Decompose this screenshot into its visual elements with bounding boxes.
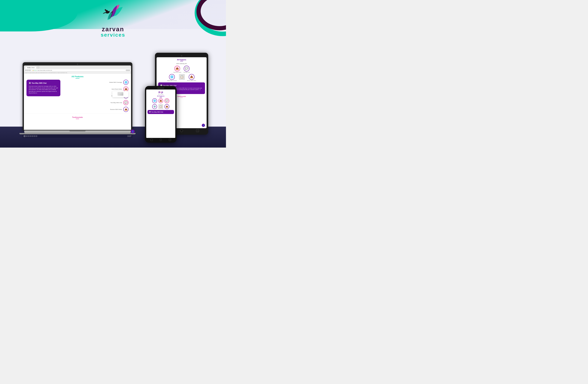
curve-right-decoration — [168, 0, 226, 39]
tablet-icon-5: 📥 — [189, 74, 194, 80]
phone-speaker — [157, 88, 164, 89]
feature-label-4: Two-Way SMS Chat — [110, 102, 122, 103]
laptop-wrapper: TestBip | Home + 🔒 Secure https://www.te… — [18, 62, 137, 138]
feature-label-2: Send Texts Online — [111, 88, 122, 90]
feature-label-1: Global SMS Coverage — [109, 82, 122, 83]
card-chat-icon: 💬 — [29, 82, 31, 84]
phone-nav-square[interactable] — [150, 139, 153, 141]
tablet-icon-4: 📋 — [179, 74, 185, 80]
brand-name-zarvan: zarvan — [89, 26, 137, 32]
tablet-camera — [181, 55, 182, 57]
tablet-section-header: All Features — [157, 57, 207, 63]
phone-icons-row2: ⚙️ 📋 📥 — [146, 104, 175, 110]
laptop-card-title: 💬 Two-Way SMS Chat — [29, 82, 58, 84]
logo-area: zarvan services — [89, 3, 137, 38]
phone-nav-back[interactable]: ◁ — [169, 139, 171, 141]
feature-icon-5: 📥 — [123, 107, 128, 112]
bip-logo-text: bip — [159, 91, 163, 94]
laptop-testimonials: Testimonials — [24, 114, 131, 120]
tablet-testimonials-underline — [180, 97, 183, 98]
phone-nav-bar: ○ ◁ — [146, 138, 175, 142]
browser-tab-bar: TestBip | Home + — [24, 65, 131, 69]
taskbar-icon-1[interactable] — [26, 135, 28, 137]
taskbar-icon-2[interactable] — [28, 135, 30, 137]
start-button[interactable] — [23, 135, 25, 137]
phone-icon-4: ⚙️ — [152, 104, 157, 109]
browser-refresh[interactable] — [29, 70, 31, 71]
laptop-content-row: 💬 Two-Way SMS Chat Send and receive inst… — [24, 80, 131, 112]
sms-modal-card — [118, 92, 123, 96]
tablet-feat-4: 📋 — [179, 74, 185, 81]
testimonials-label: Testimonials — [24, 116, 131, 118]
taskbar-icon-4[interactable] — [32, 135, 33, 137]
phone-bip-logo: bip bio messaging — [146, 90, 175, 95]
svg-point-1 — [199, 0, 226, 28]
taskbar-icon-5[interactable] — [34, 135, 35, 137]
feature-icon-4: 💬 — [123, 100, 128, 105]
laptop-webcam — [77, 63, 78, 65]
url-text: https://www.testbip.com/index.php — [38, 70, 52, 71]
secure-label: 🔒 Secure — [32, 70, 37, 71]
feature-icon-1: 🌐 — [123, 80, 128, 85]
bip-i: i — [160, 91, 161, 94]
taskbar-icon-6[interactable] — [36, 135, 37, 137]
tablet-icons-row2: 🌐 Global SMS Coverage 📋 📥 Receive SMS On… — [157, 73, 207, 82]
browser-actions — [126, 70, 130, 71]
bottom-icon-laptop[interactable]: 👤 — [131, 130, 131, 130]
section-underline — [76, 78, 79, 78]
feature-row-1: Global SMS Coverage 🌐 — [63, 80, 128, 85]
phone-icon-6: 📥 — [165, 104, 169, 109]
tablet-feat-2: 💬 Two-Way Chat — [184, 66, 190, 73]
feature-row-2: Send Texts Online 📤 — [63, 86, 128, 92]
tablet-subsection: SMS Gateway API — [157, 63, 207, 64]
tablet-bottom-icon[interactable]: 👤 — [202, 124, 205, 127]
laptop-features-list: Global SMS Coverage 🌐 Send Texts Online … — [63, 80, 128, 112]
devices-area: TestBip | Home + 🔒 Secure https://www.te… — [18, 35, 208, 138]
tablet-icon-1: 📤 — [174, 66, 180, 72]
new-tab-btn[interactable]: + — [37, 66, 39, 68]
phone-icon-1: 🌐 — [152, 98, 157, 103]
browser-action-btn2[interactable] — [128, 70, 130, 71]
laptop-base — [24, 131, 131, 133]
phone-screen: bip bio messaging All Features 🌐 📤 💬 — [146, 90, 175, 138]
tablet-feat-label-5: Receive SMS Online — [187, 80, 196, 81]
tablet-feat-1: 📤 Send Texts Online — [173, 66, 181, 73]
tablet-section-title: All Features — [157, 59, 207, 61]
feature-row-5: Receive SMS Online 📥 — [63, 107, 128, 112]
laptop-feature-card: 💬 Two-Way SMS Chat Send and receive inst… — [26, 80, 60, 96]
browser-action-btn[interactable] — [126, 70, 128, 71]
feature-icon-2: 📤 — [123, 86, 128, 92]
brand-name-services: services — [89, 32, 137, 38]
phone-card-title: 💬 Two-Way SMS Chat — [149, 111, 172, 113]
phone-icon-5: 📋 — [158, 104, 163, 109]
page-wrapper: zarvan services TestBip | Home + — [0, 0, 226, 148]
browser-address-bar: 🔒 Secure https://www.testbip.com/index.p… — [24, 69, 131, 72]
tablet-underline — [180, 61, 183, 61]
logo-text: zarvan services — [89, 26, 137, 38]
browser-forward[interactable] — [27, 70, 29, 71]
tablet-nav-home[interactable]: ○ — [180, 129, 183, 132]
phone-section-header: All Features — [146, 95, 175, 97]
bookmarks-bar: Apps For quick access, place your bookma… — [24, 72, 131, 74]
sms-modal-icons — [114, 92, 127, 96]
tablet-icons-row1: 📤 Send Texts Online 💬 Two-Way Chat — [157, 65, 207, 73]
tablet-nav-back[interactable]: ◁ — [196, 129, 199, 132]
address-field[interactable]: 🔒 Secure https://www.testbip.com/index.p… — [31, 69, 126, 71]
taskbar-time: 11:52 AM 2/4/2019 — [127, 135, 131, 137]
taskbar-icon-3[interactable] — [30, 135, 31, 137]
phone-nav-home[interactable]: ○ — [160, 139, 162, 141]
phone-wrapper: bip bio messaging All Features 🌐 📤 💬 — [145, 86, 177, 143]
tablet-feat-5: 📥 Receive SMS Online — [187, 74, 196, 81]
tablet-feat-label-3: Global SMS Coverage — [167, 80, 177, 81]
laptop-card-text: Send and receive instant text messages w… — [29, 85, 58, 94]
browser-back[interactable] — [25, 70, 27, 71]
sms-modal-popup — [112, 91, 128, 97]
tablet-feat-label-2: Two-Way Chat — [184, 72, 190, 73]
laptop-section-title: All Features — [24, 75, 131, 78]
tablet-icon-3: 🌐 — [169, 74, 175, 80]
feature-label-5: Receive SMS Online — [110, 109, 122, 110]
phone-icons-row1: 🌐 📤 💬 — [146, 98, 175, 104]
browser-tab[interactable]: TestBip | Home — [25, 66, 36, 69]
testimonials-underline — [76, 119, 79, 119]
feature-row-4: Two-Way SMS Chat 💬 — [63, 100, 128, 105]
